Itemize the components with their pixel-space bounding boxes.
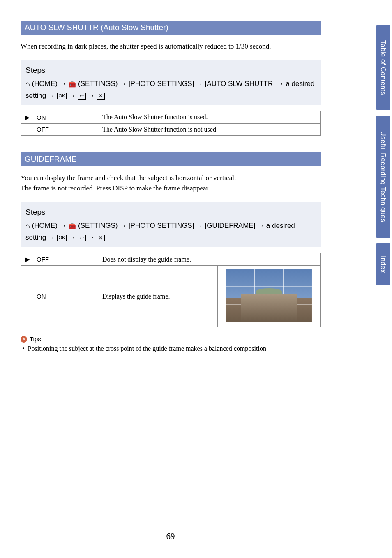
steps-title: Steps	[25, 206, 316, 218]
default-marker: ▶	[21, 111, 33, 123]
option-name: ON	[33, 111, 99, 123]
option-desc: The Auto Slow Shutter function is used.	[99, 111, 321, 123]
default-marker	[21, 266, 33, 327]
table-row: ▶ OFF Does not display the guide frame.	[21, 253, 321, 266]
table-row: OFF The Auto Slow Shutter function is no…	[21, 123, 321, 135]
close-icon: ✕	[97, 93, 105, 99]
tab-table-of-contents[interactable]: Table of Contents	[376, 25, 390, 110]
arrow-icon: →	[88, 92, 95, 100]
toolbox-icon: 🧰	[68, 80, 76, 87]
arrow-icon: →	[88, 234, 95, 241]
home-icon: ⌂	[25, 222, 30, 230]
tab-index[interactable]: Index	[376, 243, 390, 285]
home-icon: ⌂	[25, 80, 30, 88]
return-icon: ↩	[78, 235, 86, 241]
tips-label: Tips	[30, 336, 41, 343]
close-icon: ✕	[97, 235, 105, 241]
tab-useful-recording[interactable]: Useful Recording Techniques	[376, 116, 390, 238]
side-tabs: Table of Contents Useful Recording Techn…	[376, 25, 392, 291]
ok-icon: OK	[57, 235, 67, 241]
option-desc: The Auto Slow Shutter function is not us…	[99, 123, 321, 135]
section-intro2-guideframe: The frame is not recorded. Press DISP to…	[21, 183, 321, 194]
option-name: OFF	[33, 253, 99, 266]
options-table-auto-slw: ▶ ON The Auto Slow Shutter function is u…	[21, 111, 321, 136]
default-marker	[21, 123, 33, 135]
table-row: ON Displays the guide frame.	[21, 266, 321, 327]
steps-path: ⌂ (HOME) → 🧰 (SETTINGS) → [PHOTO SETTING…	[25, 78, 316, 101]
arrow-icon: →	[69, 234, 76, 241]
tips-header: ❋ Tips	[21, 336, 321, 343]
option-name: ON	[33, 266, 99, 327]
steps-box-guideframe: Steps ⌂ (HOME) → 🧰 (SETTINGS) → [PHOTO S…	[21, 202, 321, 247]
ok-icon: OK	[57, 93, 67, 99]
tips-icon: ❋	[21, 336, 27, 343]
option-name: OFF	[33, 123, 99, 135]
section-header-guideframe: GUIDEFRAME	[21, 152, 321, 166]
bullet-icon: •	[22, 345, 25, 352]
arrow-icon: →	[69, 92, 76, 100]
tips-text: Positioning the subject at the cross poi…	[28, 345, 268, 352]
option-desc: Displays the guide frame.	[99, 266, 218, 327]
steps-path: ⌂ (HOME) → 🧰 (SETTINGS) → [PHOTO SETTING…	[25, 220, 316, 243]
steps-title: Steps	[25, 64, 316, 76]
section-intro-guideframe: You can display the frame and check that…	[21, 173, 321, 183]
section-header-auto-slw: AUTO SLW SHUTTR (Auto Slow Shutter)	[21, 21, 321, 35]
return-icon: ↩	[78, 93, 86, 99]
options-table-guideframe: ▶ OFF Does not display the guide frame. …	[21, 253, 321, 327]
toolbox-icon: 🧰	[68, 222, 76, 229]
page-number: 69	[0, 531, 341, 542]
option-image-cell	[218, 266, 321, 327]
table-row: ▶ ON The Auto Slow Shutter function is u…	[21, 111, 321, 123]
guideframe-sample-image	[226, 269, 312, 322]
section-intro-auto-slw: When recording in dark places, the shutt…	[21, 41, 321, 52]
tips-item: • Positioning the subject at the cross p…	[21, 345, 321, 352]
option-desc: Does not display the guide frame.	[99, 253, 321, 266]
steps-box-auto-slw: Steps ⌂ (HOME) → 🧰 (SETTINGS) → [PHOTO S…	[21, 60, 321, 105]
default-marker: ▶	[21, 253, 33, 266]
